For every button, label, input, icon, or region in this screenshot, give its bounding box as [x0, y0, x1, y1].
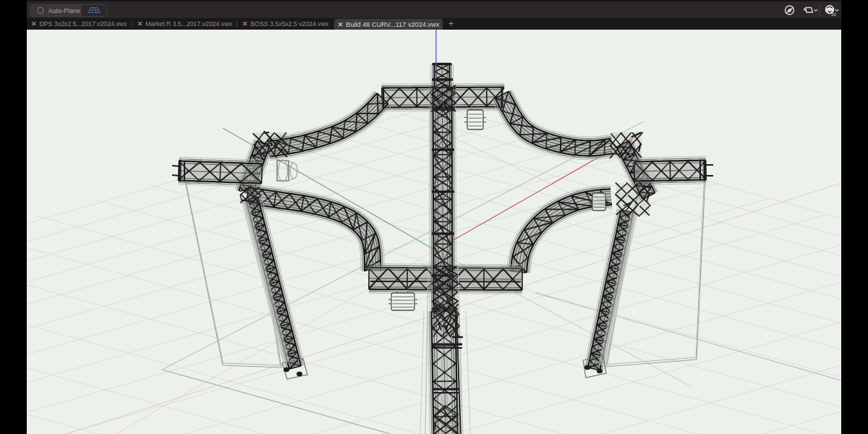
svg-text:3D: 3D	[831, 12, 836, 17]
